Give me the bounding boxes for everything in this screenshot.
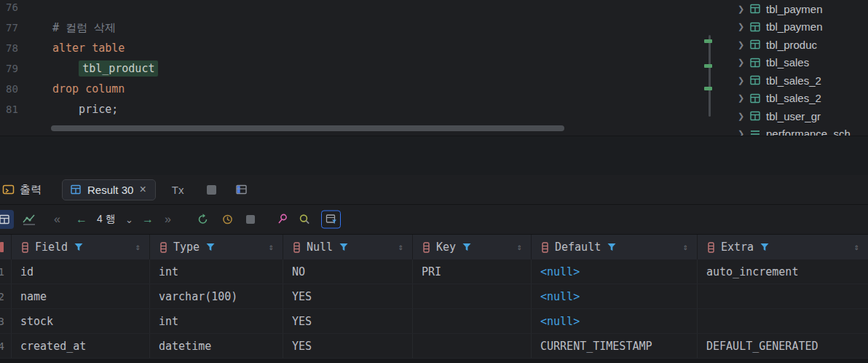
chevron-right-icon[interactable]: ❯ xyxy=(738,40,749,50)
filter-icon[interactable] xyxy=(339,243,348,251)
filter-icon[interactable] xyxy=(206,243,215,251)
tree-item-table[interactable]: ❯ tbl_sales_2 xyxy=(731,90,868,108)
filter-icon[interactable] xyxy=(607,243,616,251)
sort-icon[interactable]: ⇕ xyxy=(398,242,403,252)
table-icon xyxy=(749,3,761,15)
sort-icon[interactable]: ⇕ xyxy=(269,242,274,252)
chart-view-toggle[interactable] xyxy=(22,213,36,226)
horizontal-scrollbar-thumb[interactable] xyxy=(51,125,564,131)
cell-type[interactable]: varchar(100) xyxy=(150,284,283,308)
column-icon xyxy=(706,242,716,253)
chevron-right-icon[interactable]: ❯ xyxy=(738,129,749,136)
cell-field[interactable]: name xyxy=(12,284,150,308)
column-header-extra[interactable]: Extra ⇕ xyxy=(698,235,868,259)
tree-item-table[interactable]: ❯ tbl_paymen xyxy=(731,18,868,36)
cell-type[interactable]: datetime xyxy=(150,334,283,358)
corner-gutter[interactable] xyxy=(0,235,12,259)
column-header-default[interactable]: Default ⇕ xyxy=(532,235,698,259)
search-icon[interactable] xyxy=(299,214,311,226)
column-icon xyxy=(159,242,168,253)
filter-rows-toggle[interactable] xyxy=(321,211,341,229)
sort-icon[interactable]: ⇕ xyxy=(854,242,859,252)
row-number-gutter[interactable]: 2 xyxy=(0,284,12,308)
filter-icon[interactable] xyxy=(760,243,769,251)
cell-key[interactable] xyxy=(413,284,532,308)
cell-field[interactable]: created_at xyxy=(12,334,150,358)
cell-null[interactable]: YES xyxy=(283,334,413,358)
tree-item-table[interactable]: ❯ tbl_user_gr xyxy=(731,107,868,125)
row-number-gutter[interactable]: 3 xyxy=(0,309,12,333)
tree-item-table[interactable]: ❯ tbl_paymen xyxy=(731,0,868,18)
change-marker xyxy=(704,39,712,43)
cell-type[interactable]: int xyxy=(150,259,283,284)
cell-null[interactable]: NO xyxy=(283,259,413,284)
row-number: 4 xyxy=(0,340,4,352)
tree-item-table[interactable]: ❯ tbl_sales xyxy=(731,54,868,72)
cell-type[interactable]: int xyxy=(150,309,283,333)
pin-icon[interactable] xyxy=(277,214,288,226)
editor-line: 81 price; xyxy=(0,99,728,120)
cell-null[interactable]: YES xyxy=(283,309,413,333)
chevron-right-icon[interactable]: ❯ xyxy=(738,4,749,14)
row-number-gutter[interactable]: 1 xyxy=(0,259,12,284)
first-page-button[interactable]: « xyxy=(54,213,60,226)
table-icon xyxy=(749,57,761,69)
chevron-right-icon[interactable]: ❯ xyxy=(738,112,749,121)
cell-extra[interactable] xyxy=(698,284,868,308)
column-header-field[interactable]: Field ⇕ xyxy=(12,235,150,259)
cell-field[interactable]: stock xyxy=(12,309,150,333)
cell-field[interactable]: id xyxy=(12,259,150,284)
column-header-null[interactable]: Null ⇕ xyxy=(283,235,413,259)
tree-item-schema[interactable]: ❯ performance_sch xyxy=(731,125,868,136)
column-header-type[interactable]: Type ⇕ xyxy=(150,235,283,259)
tree-item-table[interactable]: ❯ tbl_produc xyxy=(731,36,868,54)
previous-page-button[interactable]: ← xyxy=(76,213,87,226)
column-label: Default xyxy=(555,241,601,254)
chevron-right-icon[interactable]: ❯ xyxy=(738,76,749,85)
last-page-button[interactable]: » xyxy=(165,213,171,226)
cell-key[interactable] xyxy=(413,309,532,333)
table-view-toggle[interactable] xyxy=(0,210,14,229)
editor-line: 77 # 컬럼 삭제 xyxy=(0,17,728,38)
cell-default[interactable]: <null> xyxy=(532,284,698,308)
column-header-key[interactable]: Key ⇕ xyxy=(413,235,532,259)
next-page-button[interactable]: → xyxy=(142,213,154,226)
tab-output[interactable]: 출력 xyxy=(2,183,42,197)
filter-icon[interactable] xyxy=(462,243,471,251)
chevron-down-icon[interactable]: ⌄ xyxy=(125,214,133,225)
refresh-icon[interactable] xyxy=(197,214,209,226)
cell-default[interactable]: <null> xyxy=(532,309,698,333)
chevron-right-icon[interactable]: ❯ xyxy=(738,93,749,103)
cell-extra[interactable]: DEFAULT_GENERATED xyxy=(698,334,868,358)
sql-editor[interactable]: 76 77 # 컬럼 삭제 78 alter table 79 tbl_prod… xyxy=(0,0,728,136)
chevron-right-icon[interactable]: ❯ xyxy=(738,58,749,67)
tab-result-30[interactable]: Result 30 × xyxy=(62,179,156,200)
results-grid-icon[interactable] xyxy=(235,184,248,195)
column-label: Type xyxy=(173,241,200,254)
cell-default[interactable]: <null> xyxy=(532,259,698,284)
cell-null[interactable]: YES xyxy=(283,284,413,308)
stop-placeholder-icon[interactable] xyxy=(207,185,216,195)
vertical-scrollbar-thumb[interactable] xyxy=(709,35,711,117)
tree-item-table[interactable]: ❯ tbl_sales_2 xyxy=(731,71,868,90)
tree-item-label: tbl_paymen xyxy=(766,3,823,15)
cell-extra[interactable]: auto_increment xyxy=(698,259,868,284)
filter-icon[interactable] xyxy=(74,243,83,251)
tree-item-label: tbl_sales_2 xyxy=(766,92,821,104)
editor-line: 80 drop column xyxy=(0,79,728,99)
tab-tx[interactable]: Tx xyxy=(172,184,184,196)
page-size-label[interactable]: 4 행 xyxy=(97,213,116,226)
cell-key[interactable] xyxy=(413,334,532,358)
cell-extra[interactable] xyxy=(698,309,868,333)
sort-icon[interactable]: ⇕ xyxy=(683,242,688,252)
schema-icon xyxy=(749,128,761,136)
chevron-right-icon[interactable]: ❯ xyxy=(738,22,749,31)
sort-icon[interactable]: ⇕ xyxy=(517,242,522,252)
cell-key[interactable]: PRI xyxy=(413,259,532,284)
cell-default[interactable]: CURRENT_TIMESTAMP xyxy=(532,334,698,358)
stop-icon[interactable] xyxy=(246,215,255,224)
row-number-gutter[interactable]: 4 xyxy=(0,334,12,358)
close-icon[interactable]: × xyxy=(139,184,146,195)
sort-icon[interactable]: ⇕ xyxy=(135,242,141,252)
history-icon[interactable] xyxy=(221,214,234,226)
